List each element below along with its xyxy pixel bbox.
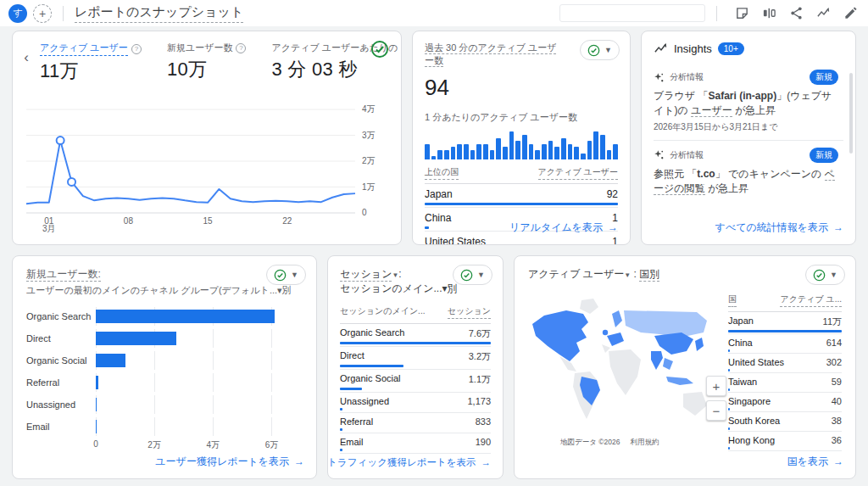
x-axis-tick: 2万 <box>147 439 161 451</box>
gridline <box>213 351 214 370</box>
bar-chart-row: Email <box>26 417 301 436</box>
dimension-name: Unassigned <box>340 396 389 406</box>
sparkline-bar <box>587 141 593 159</box>
sparkline-bar <box>496 138 501 159</box>
scrollbar[interactable] <box>849 73 853 154</box>
col-sessions: セッション <box>448 305 491 319</box>
channel-bar <box>96 310 275 323</box>
avatar[interactable]: す <box>8 4 27 23</box>
realtime-subtitle: 1 分あたりのアクティブ ユーザー数 <box>425 111 618 124</box>
col-active-users: アクティブ ユーザー <box>538 166 618 180</box>
channel-label: Email <box>26 422 96 432</box>
insight-type-label: 分析情報 <box>670 71 804 83</box>
session-row: Organic Search7.6万 <box>340 324 491 347</box>
insights-icon[interactable] <box>815 6 831 21</box>
svg-text:0: 0 <box>362 208 367 217</box>
insight-item[interactable]: 分析情報新規参照元 「t.co」 でのキャンペーンの ページの閲覧 が急上昇20… <box>654 141 843 197</box>
row-bar <box>340 408 342 411</box>
insights-title: Insights <box>674 42 712 55</box>
session-row: Direct3.2万 <box>340 347 491 370</box>
chevron-left-icon[interactable]: ‹ <box>19 42 33 74</box>
data-quality-dropdown[interactable]: ▼ <box>266 265 306 285</box>
country-row: Singapore40 <box>728 393 842 412</box>
country-value: 1 <box>612 236 618 245</box>
realtime-title: 過去 30 分のアクティブ ユーザー数 <box>425 42 556 67</box>
help-icon[interactable]: ? <box>236 43 246 53</box>
sessions-card: セッション▼: セッションのメイン...▾別 ▼ セッションのメイン... セッ… <box>327 255 504 479</box>
dimension-value: 59 <box>832 377 842 387</box>
data-quality-dropdown[interactable]: ▼ <box>453 265 492 285</box>
dimension-name: United States <box>728 357 784 367</box>
insight-item[interactable]: 分析情報新規ブラウザ 「Safari (in-app)」(ウェブサイト)の ユー… <box>654 63 843 141</box>
data-quality-icon[interactable] <box>370 40 389 59</box>
bar-plot <box>96 329 301 348</box>
new-badge: 新規 <box>810 148 838 163</box>
map-zoom-in-button[interactable]: + <box>706 376 726 396</box>
insight-meta: 分析情報新規 <box>654 148 838 163</box>
insight-date-range: 2026年3月15日から3月21日まで <box>654 121 838 133</box>
map-terms-link[interactable]: 利用規約 <box>630 438 659 448</box>
gridline <box>271 395 272 414</box>
view-traffic-report-link[interactable]: トラフィック獲得レポートを表示→ <box>327 456 491 469</box>
dimension-value: 1,173 <box>467 396 491 406</box>
view-realtime-link[interactable]: リアルタイムを表示→ <box>509 221 618 235</box>
svg-text:013月: 013月 <box>42 216 56 233</box>
dimension-value: 833 <box>476 416 491 427</box>
search-input[interactable] <box>559 4 705 22</box>
insight-text-segment: t.co <box>697 168 715 180</box>
sparkline-bar <box>581 154 586 159</box>
country-name: United States <box>425 236 486 245</box>
bar-plot <box>96 373 301 392</box>
share-icon[interactable] <box>788 6 804 21</box>
row-bar <box>340 428 342 431</box>
row-content: Unassigned1,173 <box>340 396 491 406</box>
channel-bar <box>96 376 98 389</box>
channel-bar <box>96 398 97 411</box>
insights-count-badge: 10+ <box>718 42 744 55</box>
insight-text-segment: ブラウザ 「 <box>654 90 708 102</box>
metric: 新規ユーザー数?10万 <box>167 42 247 84</box>
active-users-map-card: アクティブ ユーザー▼ : 国別 ▼ <box>514 255 856 479</box>
sparkline-bar <box>444 150 449 159</box>
data-quality-dropdown[interactable]: ▼ <box>580 40 620 60</box>
map-zoom-out-button[interactable]: − <box>706 400 726 421</box>
row-content: Direct3.2万 <box>340 350 491 363</box>
overview-card: ‹ アクティブ ユーザー?11万新規ユーザー数?10万アクティブ ユーザーあたり… <box>12 31 402 245</box>
sparkline-bar <box>522 135 527 159</box>
dimension-value: 302 <box>826 357 842 367</box>
sparkline-bar <box>483 144 488 159</box>
insight-text: ブラウザ 「Safari (in-app)」(ウェブサイト)の ユーザー が急上… <box>654 89 838 119</box>
new-users-card: 新規ユーザー数: ユーザーの最初のメインのチャネル グループ(デフォルト...▾… <box>12 255 317 479</box>
view-all-insights-link[interactable]: すべての統計情報を表示→ <box>715 221 843 235</box>
insight-text-segment: Safari (in-app) <box>708 90 776 102</box>
x-axis: 02万4万6万 <box>96 439 301 453</box>
dimension-value: 36 <box>832 435 842 445</box>
sparkline-bar <box>509 131 515 159</box>
realtime-users-value: 94 <box>425 75 618 101</box>
svg-text:1万: 1万 <box>362 182 376 192</box>
caret-down-icon: ▼ <box>830 271 837 279</box>
help-icon[interactable]: ? <box>131 44 142 54</box>
add-comparison-button[interactable]: + <box>33 4 52 23</box>
edit-icon[interactable] <box>843 6 858 21</box>
data-quality-dropdown[interactable]: ▼ <box>805 265 845 285</box>
metric-label: 新規ユーザー数? <box>167 42 247 54</box>
caret-down-icon: ▼ <box>604 46 612 54</box>
col-channel: セッションのメイン... <box>340 305 425 319</box>
bar-plot <box>96 351 301 370</box>
insights-list: 分析情報新規ブラウザ 「Safari (in-app)」(ウェブサイト)の ユー… <box>654 63 843 197</box>
note-icon[interactable] <box>734 6 749 21</box>
view-acquisition-report-link[interactable]: ユーザー獲得レポートを表示→ <box>155 455 304 469</box>
country-name: China <box>425 212 451 224</box>
bar-chart-row: Unassigned <box>26 395 301 414</box>
bar-chart-row: Organic Search <box>26 307 301 326</box>
dimension-name: Hong Kong <box>728 435 775 445</box>
sparkline-bar <box>535 150 540 159</box>
channel-bar <box>96 332 176 345</box>
insights-trend-icon <box>654 42 668 56</box>
comparison-icon[interactable] <box>761 6 776 21</box>
caret-down-icon: ▼ <box>477 271 485 279</box>
view-countries-link[interactable]: 国を表示→ <box>787 455 843 469</box>
sparkline-bar <box>542 144 547 159</box>
divider <box>716 6 717 21</box>
